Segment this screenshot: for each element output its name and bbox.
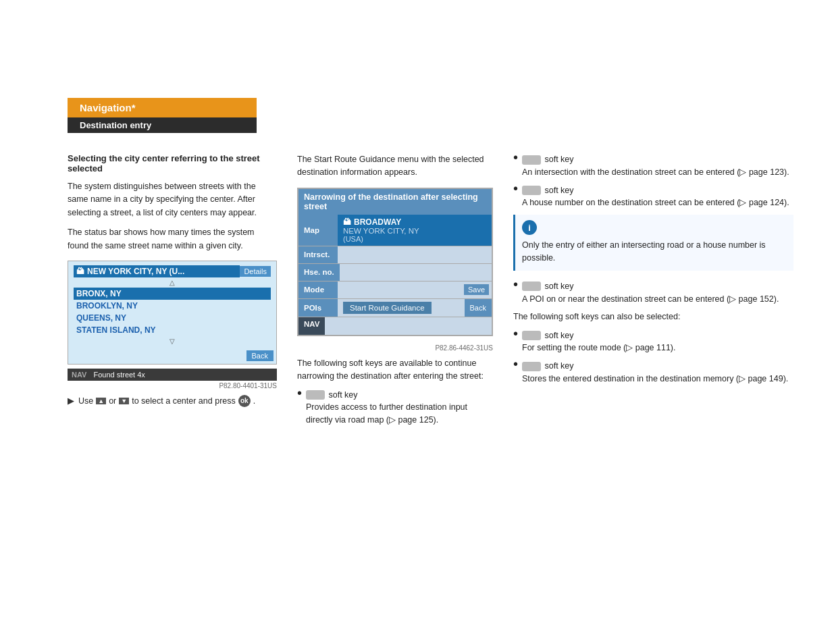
city-row-staten[interactable]: STATEN ISLAND, NY xyxy=(74,324,271,336)
bullet-content-4: soft key A POI on or near the destinatio… xyxy=(522,280,779,306)
arrow-down-row: ▽ xyxy=(74,336,271,346)
bullet-dot-5: • xyxy=(513,327,518,340)
pref-ref: P82.86-4462-31US xyxy=(297,344,493,352)
bullet-item-6: • soft key Stores the entered destinatio… xyxy=(513,360,793,385)
soft-key-label-1: soft key xyxy=(329,390,358,400)
broadway-line2: NEW YORK CITY, NY xyxy=(343,227,419,235)
bullet-text-2: An intersection with the destination str… xyxy=(522,167,789,177)
staten-name: STATEN ISLAND, NY xyxy=(76,325,156,335)
instruction-rest: to select a center and press xyxy=(132,396,236,406)
image-ref-left: P82.80-4401-31US xyxy=(68,382,277,390)
city-list-widget: 🏔 NEW YORK CITY, NY (U... Details △ BRON… xyxy=(68,261,277,365)
bullet-item-4: • soft key A POI on or near the destinat… xyxy=(513,280,793,306)
instruction-end: . xyxy=(253,396,255,406)
city-row-brooklyn[interactable]: BROOKLYN, NY xyxy=(74,300,271,312)
broadway-line1: 🏔 BROADWAY xyxy=(343,217,401,227)
narrowing-header: Narrowing of the destination after selec… xyxy=(298,189,492,215)
nav-title-bar: Navigation* xyxy=(68,98,257,117)
save-button[interactable]: Save xyxy=(464,284,489,295)
soft-key-label-4: soft key xyxy=(545,281,574,291)
city-row-queens[interactable]: QUEENS, NY xyxy=(74,312,271,324)
mode-row: Mode Save xyxy=(298,281,492,299)
bullet-content-6: soft key Stores the entered destination … xyxy=(522,360,788,385)
nav-label: NAV xyxy=(72,371,86,379)
arrow-right-icon: ▶ xyxy=(68,396,74,406)
soft-key-5 xyxy=(522,331,541,340)
intrsct-key: Intrsct. xyxy=(298,246,338,263)
arrow-down-icon: ▽ xyxy=(170,338,175,345)
nav-bottom-label: NAV xyxy=(298,317,325,335)
pois-content: Start Route Guidance xyxy=(338,299,465,317)
map-row: Map 🏔 BROADWAY NEW YORK CITY, NY (USA) xyxy=(298,215,492,246)
instruction-or: or xyxy=(109,396,116,406)
bullet-text-4: A POI on or near the destination street … xyxy=(522,294,779,304)
soft-key-2 xyxy=(522,155,541,165)
city-top-entry: 🏔 NEW YORK CITY, NY (U... xyxy=(74,265,240,277)
col-right: • soft key An intersection with the dest… xyxy=(513,153,793,391)
details-button[interactable]: Details xyxy=(240,266,271,277)
following-text: The following soft keys are available to… xyxy=(297,357,493,383)
intrsct-content xyxy=(338,246,492,263)
nav-bottom-row: NAV xyxy=(298,317,492,335)
ok-badge: ok xyxy=(238,395,251,407)
soft-key-label-2: soft key xyxy=(545,155,574,164)
nav-status-bar: NAV Found street 4x xyxy=(68,369,277,381)
bullet-content-3: soft key A house number on the destinati… xyxy=(522,184,789,210)
soft-key-label-6: soft key xyxy=(545,361,574,371)
bullet-content-1: soft key Provides access to further dest… xyxy=(306,389,493,427)
back-button[interactable]: Back xyxy=(246,350,273,361)
mode-content xyxy=(338,281,464,298)
following-text-2: The following soft keys can also be sele… xyxy=(513,311,793,323)
para2: The status bar shows how many times the … xyxy=(68,226,277,252)
bullet-content-5: soft key For setting the route mode (▷ p… xyxy=(522,329,676,355)
hse-no-content xyxy=(340,264,492,281)
pois-key: POIs xyxy=(298,299,338,317)
soft-key-3 xyxy=(522,186,541,195)
soft-key-4 xyxy=(522,281,541,291)
bullet-item-3: • soft key A house number on the destina… xyxy=(513,184,793,210)
bullet-item-1: • soft key Provides access to further de… xyxy=(297,389,493,427)
content-area: Selecting the city center referring to t… xyxy=(68,153,793,432)
subtitle: Destination entry xyxy=(80,120,151,130)
bullet-content-2: soft key An intersection with the destin… xyxy=(522,153,789,179)
nav-menu: Map 🏔 BROADWAY NEW YORK CITY, NY (USA) xyxy=(298,215,492,335)
street-name: BROADWAY xyxy=(354,217,401,227)
section-heading: Selecting the city center referring to t… xyxy=(68,153,277,173)
instruction-row: ▶ Use ▲ or ▼ to select a center and pres… xyxy=(68,395,277,407)
top-city-name: NEW YORK CITY, NY (U... xyxy=(87,267,184,276)
info-icon: i xyxy=(522,220,537,235)
instruction-use: Use xyxy=(78,396,93,406)
soft-key-6 xyxy=(522,362,541,371)
found-text: Found street 4x xyxy=(93,371,145,379)
map-key: Map xyxy=(298,215,338,246)
col-middle: The Start Route Guidance menu with the s… xyxy=(297,153,493,432)
broadway-line3: (USA) xyxy=(343,235,363,243)
map-icon-sm: 🏔 xyxy=(76,267,84,276)
pois-back-button[interactable]: Back xyxy=(465,299,492,317)
bullet-text-5: For setting the route mode (▷ page 111). xyxy=(522,343,676,352)
narrowing-box: Narrowing of the destination after selec… xyxy=(297,188,493,336)
bullet-dot-4: • xyxy=(513,277,518,291)
para1: The system distinguishes between streets… xyxy=(68,180,277,219)
sub-title-bar: Destination entry xyxy=(68,117,257,133)
intrsct-row: Intrsct. xyxy=(298,246,492,264)
bullet-section-middle: • soft key Provides access to further de… xyxy=(297,389,493,427)
arrow-up-row: △ xyxy=(74,277,271,288)
start-route-button[interactable]: Start Route Guidance xyxy=(343,302,432,314)
page-container: Navigation* Destination entry Selecting … xyxy=(0,98,834,644)
back-row: Back xyxy=(68,348,276,364)
city-row-bronx[interactable]: BRONX, NY xyxy=(74,288,271,300)
brooklyn-name: BROOKLYN, NY xyxy=(76,301,138,311)
bullet-item-5: • soft key For setting the route mode (▷… xyxy=(513,329,793,355)
location-icon: 🏔 xyxy=(343,217,351,227)
bullet-dot-6: • xyxy=(513,357,518,371)
mode-key: Mode xyxy=(298,281,338,298)
bullet-dot-1: • xyxy=(297,386,302,400)
city-top-row: 🏔 NEW YORK CITY, NY (U... Details xyxy=(74,265,271,277)
hse-no-row: Hse. no. xyxy=(298,264,492,281)
nav-arrow-up-icon: ▲ xyxy=(96,398,106,404)
nav-title: Navigation* xyxy=(80,102,136,113)
soft-key-label-5: soft key xyxy=(545,331,574,340)
pois-row: POIs Start Route Guidance Back xyxy=(298,299,492,317)
route-guidance-text: The Start Route Guidance menu with the s… xyxy=(297,153,493,180)
